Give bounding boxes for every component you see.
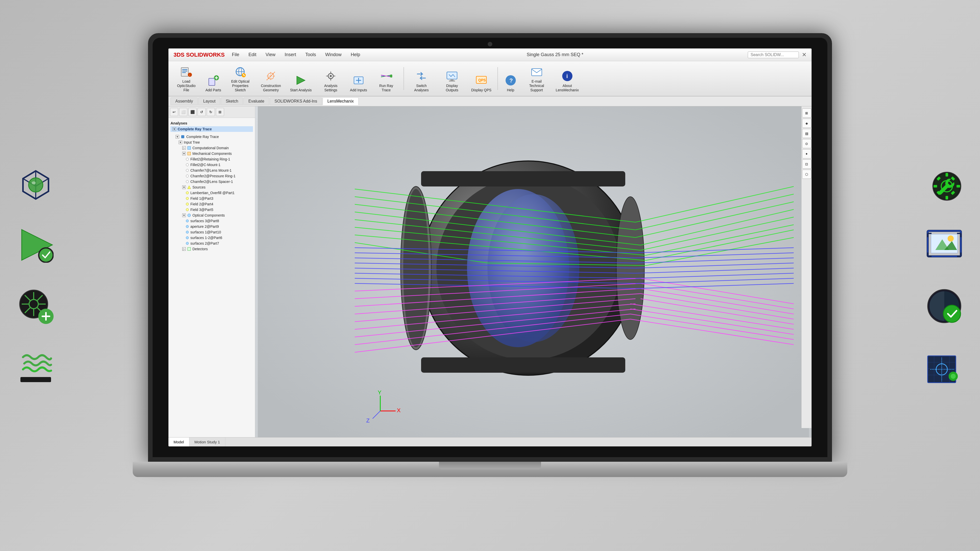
tree-icon-surf1 — [186, 219, 189, 222]
bottom-tab-model[interactable]: Model — [169, 437, 189, 446]
help-icon: ? — [504, 74, 517, 87]
tree-expand-cd[interactable]: ▷ — [182, 146, 186, 150]
rt-btn-7[interactable]: ⬡ — [802, 170, 811, 179]
search-input[interactable] — [748, 52, 799, 58]
rt-btn-1[interactable]: ⊞ — [802, 108, 811, 118]
tree-expand-it[interactable]: ▼ — [179, 141, 182, 144]
panel-btn-5[interactable]: ↻ — [207, 108, 215, 116]
menu-file[interactable]: File — [230, 51, 241, 59]
tree-field3[interactable]: Field 3@Part5 — [184, 207, 254, 213]
start-analysis-btn[interactable]: Start Analysis — [286, 72, 315, 94]
display-qps-btn[interactable]: QPS Display QPS — [468, 72, 495, 94]
tree-lambertian[interactable]: Lambertian_Overfill @Part1 — [184, 190, 254, 196]
tree-expand-mc[interactable]: ▼ — [182, 152, 186, 156]
tree-field2[interactable]: Field 2@Part4 — [184, 201, 254, 207]
construction-geometry-btn[interactable]: Construction Geometry — [256, 68, 286, 94]
tree-fillet1[interactable]: Fillet2@Retaining Ring-1 — [184, 156, 254, 162]
rt-btn-2[interactable]: ◈ — [802, 119, 811, 128]
display-outputs-btn[interactable]: Display Outputs — [437, 68, 467, 94]
run-ray-trace-btn[interactable]: Run Ray Trace — [371, 68, 401, 94]
tree-detectors[interactable]: ▷ Detectors — [180, 246, 254, 252]
tree-fillet2[interactable]: Fillet2@C-Mount-1 — [184, 162, 254, 168]
panel-btn-6[interactable]: ⊞ — [216, 108, 224, 116]
analysis-settings-btn[interactable]: Analysis Settings — [316, 68, 345, 94]
bottom-tab-motion[interactable]: Motion Study 1 — [189, 437, 225, 446]
about-btn[interactable]: i About LensMechanix — [552, 68, 582, 94]
ribbon: ↓ Load OpticStudio File — [169, 61, 811, 97]
email-support-icon — [530, 65, 543, 78]
3d-cube-icon[interactable] — [15, 163, 56, 204]
tree-fillet2-label: Fillet2@C-Mount-1 — [190, 163, 221, 167]
tree-root[interactable]: ▼ Complete Ray Trace — [170, 126, 253, 132]
edit-optical-btn[interactable]: ✎ Edit Optical Properties Sketch — [225, 63, 255, 94]
switch-analyses-btn[interactable]: Switch Analyses — [407, 68, 436, 94]
rt-btn-6[interactable]: ⊡ — [802, 159, 811, 168]
add-parts-btn[interactable]: Add Parts — [202, 72, 224, 94]
tree-chamfer2[interactable]: Chamfer2@Pressure Ring-1 — [184, 173, 254, 179]
tree-chamfer1-label: Chamfer7@Lens Mount-1 — [190, 168, 231, 172]
tree-field2-label: Field 2@Part4 — [190, 202, 213, 206]
run-ray-trace-icon — [380, 69, 393, 83]
tree-expand-oc[interactable]: ▼ — [182, 213, 186, 217]
rt-btn-5[interactable]: ✦ — [802, 149, 811, 159]
tree-expand-root[interactable]: ▼ — [172, 127, 176, 131]
tree-surf1[interactable]: surfaces 3@Part8 — [184, 218, 254, 224]
panel-btn-3[interactable]: ⬛ — [188, 108, 197, 116]
tab-sw-addins[interactable]: SOLIDWORKS Add-Ins — [270, 97, 322, 105]
menu-insert[interactable]: Insert — [283, 51, 298, 59]
tree-sources[interactable]: ▼ Sources — [180, 184, 254, 190]
svg-text:↓: ↓ — [189, 73, 190, 76]
tab-sketch[interactable]: Sketch — [221, 97, 243, 105]
add-inputs-btn[interactable]: Add Inputs — [347, 72, 370, 94]
tree-expand-det[interactable]: ▷ — [182, 247, 186, 251]
menu-tools[interactable]: Tools — [303, 51, 318, 59]
rt-btn-4[interactable]: ⊙ — [802, 139, 811, 148]
tree-chamfer1[interactable]: Chamfer7@Lens Mount-1 — [184, 168, 254, 173]
laptop-bezel: 3DS SOLIDWORKS File Edit View Insert Too… — [153, 38, 827, 457]
rt-btn-3[interactable]: ▤ — [802, 129, 811, 138]
close-button[interactable]: ✕ — [802, 52, 807, 58]
tree-expand-crt[interactable]: ▼ — [176, 135, 179, 138]
help-btn[interactable]: ? Help — [501, 72, 521, 94]
menu-edit[interactable]: Edit — [246, 51, 258, 59]
svg-text:X: X — [397, 407, 401, 413]
tab-lensmechanix[interactable]: LensMechanix — [323, 97, 359, 105]
tree-fillet1-label: Fillet2@Retaining Ring-1 — [190, 157, 230, 161]
tab-evaluate[interactable]: Evaluate — [243, 97, 269, 105]
svg-point-190 — [951, 374, 956, 379]
check-analysis-icon[interactable] — [15, 224, 56, 265]
tree-mech-comp[interactable]: ▼ Mechanical Components — [180, 151, 254, 156]
svg-point-77 — [186, 220, 189, 222]
construction-geometry-icon — [264, 69, 277, 83]
menu-view[interactable]: View — [264, 51, 278, 59]
email-support-btn[interactable]: E-mail Technical Support — [522, 63, 552, 94]
tab-layout[interactable]: Layout — [198, 97, 220, 105]
panel-btn-2[interactable]: ⬜ — [179, 108, 187, 116]
validate-icon[interactable] — [924, 286, 965, 327]
image-output-icon[interactable] — [924, 224, 965, 265]
aperture-add-icon[interactable] — [15, 286, 56, 327]
tree-chamfer3[interactable]: Chamfer2@Lens Spacer-1 — [184, 179, 254, 184]
load-opticstudio-btn[interactable]: ↓ Load OpticStudio File — [172, 63, 201, 94]
tree-expand-src[interactable]: ▼ — [182, 186, 186, 189]
menu-help[interactable]: Help — [348, 51, 362, 59]
tree-comp-domain[interactable]: ▷ Computational Domain — [180, 145, 254, 151]
panel-btn-1[interactable]: ↩ — [170, 108, 178, 116]
tree-input-tree[interactable]: ▼ Input Tree — [177, 140, 254, 145]
tree-optical-comp[interactable]: ▼ Optical Components — [180, 213, 254, 218]
tree-surf3[interactable]: surfaces 1-2@Part6 — [184, 235, 254, 241]
wrench-settings-icon[interactable] — [924, 163, 965, 204]
tree-surf4[interactable]: surfaces 2@Part7 — [184, 241, 254, 246]
heat-simulation-icon[interactable] — [15, 347, 56, 388]
second-tabs: Assembly Layout Sketch Evaluate SOLIDWOR… — [169, 97, 811, 106]
menu-window[interactable]: Window — [323, 51, 344, 59]
svg-point-72 — [186, 192, 189, 194]
tree-complete-ray[interactable]: ▼ Complete Ray Trace — [173, 134, 254, 140]
tree-surf2[interactable]: surfaces 1@Part10 — [184, 229, 254, 235]
tree-aperture[interactable]: aperture 2@Part9 — [184, 224, 254, 229]
tab-assembly[interactable]: Assembly — [170, 97, 198, 105]
display-outputs-icon — [445, 69, 458, 83]
panel-btn-4[interactable]: ↺ — [197, 108, 206, 116]
tree-field1[interactable]: Field 1@Part3 — [184, 196, 254, 201]
blueprint-icon[interactable] — [924, 347, 965, 388]
